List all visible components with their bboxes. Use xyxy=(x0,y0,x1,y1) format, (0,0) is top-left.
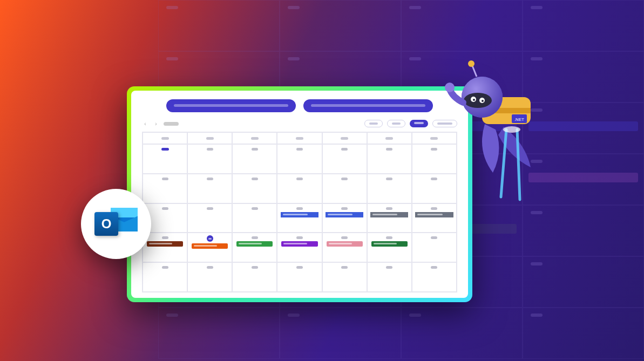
day-header xyxy=(232,132,277,144)
calendar-cell[interactable] xyxy=(277,203,322,233)
date-chip xyxy=(341,266,348,269)
calendar-card: ‹ › xyxy=(131,91,468,298)
calendar-cell[interactable] xyxy=(143,262,187,292)
date-chip xyxy=(386,207,392,210)
calendar-cell[interactable] xyxy=(277,262,322,292)
calendar-event[interactable] xyxy=(281,212,318,217)
header-pill-2[interactable] xyxy=(303,99,433,112)
calendar-event[interactable] xyxy=(281,241,317,247)
date-chip xyxy=(296,236,303,239)
calendar-cell[interactable] xyxy=(322,144,367,174)
calendar-event[interactable] xyxy=(415,212,453,217)
date-chip xyxy=(431,236,437,239)
date-chip xyxy=(252,207,258,210)
date-chip xyxy=(207,207,213,210)
date-chip xyxy=(252,178,258,180)
calendar-cell[interactable] xyxy=(412,144,457,174)
calendar-cell[interactable] xyxy=(412,174,457,203)
view-button-4[interactable] xyxy=(432,120,457,127)
calendar-cell[interactable] xyxy=(277,174,322,203)
calendar-cell[interactable] xyxy=(322,203,367,233)
bg-cell xyxy=(401,308,523,359)
bg-cell xyxy=(523,103,644,154)
bg-cell xyxy=(523,0,644,51)
view-button-3-active[interactable] xyxy=(410,120,428,127)
calendar-cell[interactable] xyxy=(367,174,412,203)
calendar-cell[interactable] xyxy=(232,174,277,203)
calendar-cell[interactable] xyxy=(143,174,187,203)
calendar-event[interactable] xyxy=(326,212,363,217)
date-chip xyxy=(207,266,213,269)
calendar-event[interactable] xyxy=(371,241,408,247)
calendar-cell[interactable] xyxy=(367,203,412,233)
date-chip xyxy=(296,266,303,269)
nav-next-icon[interactable]: › xyxy=(153,120,159,127)
date-chip xyxy=(161,148,169,151)
bg-cell xyxy=(158,0,280,51)
date-chip xyxy=(341,236,348,239)
calendar-cell[interactable] xyxy=(187,203,232,233)
calendar-cell[interactable] xyxy=(232,262,277,292)
date-chip xyxy=(341,178,348,180)
date-chip xyxy=(386,266,392,269)
calendar-cell[interactable] xyxy=(322,174,367,203)
date-chip xyxy=(341,207,348,210)
view-button-1[interactable] xyxy=(364,120,383,127)
calendar-cell[interactable] xyxy=(232,203,277,233)
date-chip xyxy=(207,178,213,180)
day-header xyxy=(322,132,367,144)
day-header xyxy=(412,132,457,144)
bg-cell xyxy=(523,256,644,308)
calendar-cell[interactable] xyxy=(322,262,367,292)
calendar-event[interactable] xyxy=(192,243,228,249)
day-header xyxy=(277,132,322,144)
calendar-cell[interactable] xyxy=(367,233,412,262)
calendar-event[interactable] xyxy=(147,241,183,247)
calendar-cell[interactable] xyxy=(412,262,457,292)
calendar-cell[interactable] xyxy=(232,144,277,174)
stage: ‹ › O .NET xyxy=(0,0,644,361)
header-pill-1[interactable] xyxy=(166,99,296,112)
calendar-grid xyxy=(142,132,457,292)
calendar-cell[interactable] xyxy=(367,262,412,292)
calendar-cell[interactable] xyxy=(277,233,322,262)
calendar-event[interactable] xyxy=(236,241,273,247)
day-header xyxy=(187,132,232,144)
calendar-cell[interactable] xyxy=(187,262,232,292)
calendar-cell[interactable] xyxy=(143,233,187,262)
calendar-card-frame: ‹ › xyxy=(127,86,472,302)
outlook-letter: O xyxy=(94,212,118,236)
nav-prev-icon[interactable]: ‹ xyxy=(142,120,148,127)
calendar-cell[interactable] xyxy=(367,144,412,174)
calendar-cell[interactable] xyxy=(187,144,232,174)
calendar-cell[interactable] xyxy=(232,233,277,262)
date-chip xyxy=(207,148,213,151)
calendar-event[interactable] xyxy=(370,212,408,217)
calendar-cell[interactable] xyxy=(322,233,367,262)
view-button-2[interactable] xyxy=(387,120,405,127)
header-pill-row xyxy=(142,99,457,112)
bg-cell xyxy=(158,308,280,359)
calendar-cell[interactable] xyxy=(412,233,457,262)
bg-cell xyxy=(523,308,644,359)
bg-cell xyxy=(523,205,644,256)
calendar-event[interactable] xyxy=(327,241,363,247)
date-chip xyxy=(162,266,168,269)
calendar-toolbar: ‹ › xyxy=(142,120,457,127)
toolbar-title-chip xyxy=(164,122,179,126)
date-chip xyxy=(431,207,437,210)
date-chip xyxy=(296,207,303,210)
date-chip xyxy=(296,148,303,151)
bg-cell xyxy=(523,154,644,205)
date-chip xyxy=(431,178,437,180)
calendar-cell[interactable] xyxy=(412,203,457,233)
calendar-cell[interactable] xyxy=(187,174,232,203)
bg-cell xyxy=(401,0,523,51)
date-chip xyxy=(162,236,168,239)
bg-cell xyxy=(280,308,401,359)
calendar-cell[interactable] xyxy=(187,233,232,262)
date-chip xyxy=(386,236,392,239)
calendar-cell[interactable] xyxy=(143,144,187,174)
calendar-cell[interactable] xyxy=(277,144,322,174)
date-chip xyxy=(386,178,392,180)
